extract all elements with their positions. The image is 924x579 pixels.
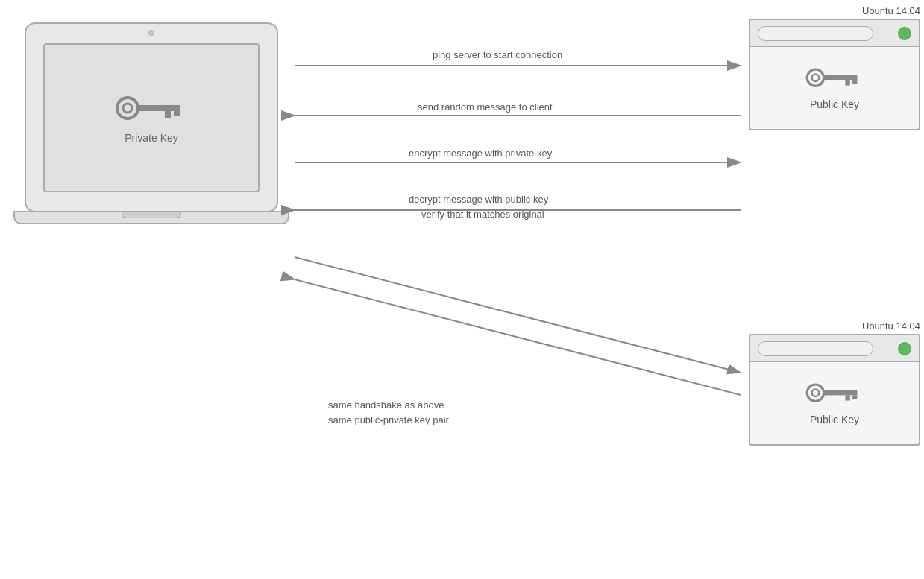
- private-key-icon: [114, 92, 189, 126]
- svg-rect-13: [845, 395, 849, 400]
- svg-rect-8: [845, 80, 849, 85]
- server1-title: Ubuntu 14.04: [862, 5, 920, 16]
- laptop-base: [13, 211, 289, 224]
- svg-rect-12: [823, 390, 857, 395]
- server1-input-mock: [758, 26, 873, 41]
- server2-input-mock: [758, 341, 873, 356]
- svg-text:decrypt message with public ke: decrypt message with public key: [409, 194, 549, 205]
- laptop-camera: [148, 30, 154, 36]
- svg-text:ping server to start connectio: ping server to start connection: [433, 49, 562, 60]
- svg-text:send random message to client: send random message to client: [418, 101, 553, 113]
- diagram-container: Private Key Ubuntu 14.04 Public Key: [0, 0, 924, 579]
- laptop-screen-outer: Private Key: [25, 22, 278, 212]
- laptop-base-notch: [122, 212, 181, 218]
- server1-box: Public Key: [749, 19, 920, 130]
- svg-line-27: [295, 279, 741, 395]
- svg-text:same public-private key pair: same public-private key pair: [328, 414, 450, 425]
- server2-titlebar: [750, 335, 919, 362]
- server1-titlebar: [750, 20, 919, 47]
- svg-point-11: [812, 389, 820, 396]
- server1-public-key-label: Public Key: [810, 98, 859, 110]
- server2-title: Ubuntu 14.04: [862, 320, 920, 332]
- server1-green-dot: [898, 27, 911, 40]
- svg-point-1: [123, 104, 132, 113]
- svg-point-5: [807, 69, 823, 86]
- laptop-screen-inner: Private Key: [43, 43, 260, 192]
- svg-rect-14: [852, 395, 857, 399]
- svg-point-6: [812, 74, 820, 81]
- server1-body: Public Key: [750, 47, 919, 129]
- svg-rect-7: [823, 75, 857, 80]
- private-key-label: Private Key: [125, 132, 178, 144]
- server2-box: Public Key: [749, 334, 920, 446]
- svg-text:verify that it matches origina: verify that it matches original: [421, 209, 544, 220]
- laptop: Private Key: [13, 22, 289, 253]
- svg-text:encrypt message with private k: encrypt message with private key: [409, 148, 553, 159]
- svg-text:same handshake as above: same handshake as above: [328, 399, 444, 411]
- svg-rect-3: [165, 111, 171, 118]
- server1-key-icon: [805, 64, 864, 92]
- svg-rect-4: [174, 111, 180, 116]
- server2-key-icon: [805, 379, 864, 408]
- svg-point-0: [117, 98, 138, 118]
- server2-green-dot: [898, 342, 911, 355]
- svg-rect-9: [852, 80, 857, 84]
- server2-body: Public Key: [750, 362, 919, 444]
- svg-line-26: [295, 257, 741, 373]
- server2-public-key-label: Public Key: [810, 414, 859, 425]
- svg-point-10: [807, 385, 823, 401]
- svg-rect-2: [136, 105, 180, 111]
